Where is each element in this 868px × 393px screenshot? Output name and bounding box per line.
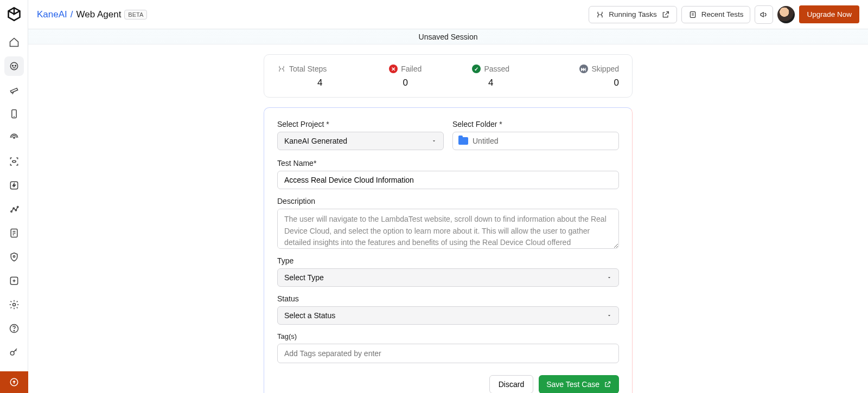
project-select[interactable]: KaneAI Generated bbox=[277, 132, 444, 150]
breadcrumb: KaneAI / Web Agent BETA bbox=[37, 9, 147, 20]
passed-value: 4 bbox=[448, 78, 534, 88]
nav-settings-icon[interactable] bbox=[4, 295, 24, 314]
running-tasks-label: Running Tasks bbox=[609, 10, 656, 18]
breadcrumb-brand[interactable]: KaneAI bbox=[37, 9, 67, 20]
steps-icon bbox=[277, 65, 286, 73]
save-test-case-label: Save Test Case bbox=[546, 380, 599, 389]
passed-label: Passed bbox=[484, 65, 509, 73]
status-select[interactable]: Select a Status bbox=[277, 306, 619, 325]
svg-point-2 bbox=[15, 65, 16, 66]
left-nav-rail bbox=[0, 0, 28, 393]
folder-label: Select Folder * bbox=[452, 120, 619, 128]
description-label: Description bbox=[277, 197, 619, 205]
svg-point-16 bbox=[14, 331, 14, 331]
running-tasks-button[interactable]: Running Tasks bbox=[589, 6, 676, 23]
svg-point-12 bbox=[13, 256, 15, 257]
type-select[interactable]: Select Type bbox=[277, 268, 619, 287]
beta-badge: BETA bbox=[124, 10, 147, 20]
breadcrumb-separator: / bbox=[71, 9, 73, 20]
svg-point-1 bbox=[12, 65, 13, 66]
topbar: KaneAI / Web Agent BETA Running Tasks Re… bbox=[28, 0, 868, 29]
skipped-icon: ⏭ bbox=[579, 65, 588, 73]
folder-icon bbox=[458, 137, 468, 145]
tags-input[interactable] bbox=[277, 344, 619, 363]
nav-telescope-icon[interactable] bbox=[4, 80, 24, 100]
recent-tests-button[interactable]: Recent Tests bbox=[681, 6, 751, 23]
megaphone-icon bbox=[760, 10, 768, 19]
failed-value: 0 bbox=[363, 78, 449, 88]
status-select-value: Select a Status bbox=[284, 311, 335, 320]
upgrade-button[interactable]: Upgrade Now bbox=[799, 5, 859, 23]
discard-button[interactable]: Discard bbox=[489, 375, 533, 393]
announcements-button[interactable] bbox=[755, 5, 773, 24]
save-test-form: Select Project * KaneAI Generated Select… bbox=[264, 107, 633, 393]
test-name-input[interactable] bbox=[277, 171, 619, 189]
nav-scan-icon[interactable] bbox=[4, 152, 24, 171]
project-select-value: KaneAI Generated bbox=[284, 137, 347, 145]
project-label: Select Project * bbox=[277, 120, 444, 128]
external-link-icon bbox=[661, 10, 670, 19]
total-steps-value: 4 bbox=[277, 78, 363, 88]
stats-card: Total Steps 4 ✕Failed 0 ✓Passed 4 ⏭Skipp… bbox=[264, 54, 633, 98]
recent-tests-label: Recent Tests bbox=[701, 10, 744, 18]
breadcrumb-page: Web Agent bbox=[76, 9, 122, 20]
status-label: Status bbox=[277, 294, 619, 303]
total-steps-label: Total Steps bbox=[289, 65, 327, 73]
nav-upload-cta-icon[interactable] bbox=[0, 371, 28, 393]
save-test-case-button[interactable]: Save Test Case bbox=[539, 375, 619, 393]
tags-label: Tag(s) bbox=[277, 332, 619, 340]
nav-agent-icon[interactable] bbox=[4, 56, 24, 76]
nav-radar-icon[interactable] bbox=[4, 128, 24, 147]
external-link-icon bbox=[604, 381, 611, 388]
caret-down-icon bbox=[607, 275, 612, 280]
nav-home-icon[interactable] bbox=[4, 33, 24, 52]
failed-label: Failed bbox=[401, 65, 422, 73]
svg-point-14 bbox=[12, 304, 15, 306]
nav-automation-icon[interactable] bbox=[4, 176, 24, 195]
user-avatar[interactable] bbox=[777, 6, 795, 23]
nav-add-icon[interactable] bbox=[4, 271, 24, 291]
nav-reports-icon[interactable] bbox=[4, 223, 24, 243]
type-label: Type bbox=[277, 256, 619, 265]
svg-point-4 bbox=[13, 137, 15, 139]
type-select-value: Select Type bbox=[284, 273, 324, 282]
caret-down-icon bbox=[607, 313, 612, 318]
caret-down-icon bbox=[431, 138, 437, 144]
svg-point-5 bbox=[12, 160, 16, 162]
nav-key-icon[interactable] bbox=[4, 343, 24, 362]
svg-point-17 bbox=[10, 351, 14, 355]
svg-rect-19 bbox=[690, 11, 695, 17]
test-name-label: Test Name* bbox=[277, 159, 619, 167]
description-textarea[interactable] bbox=[277, 209, 619, 249]
nav-help-icon[interactable] bbox=[4, 319, 24, 338]
nav-insights-icon[interactable] bbox=[4, 199, 24, 219]
nav-security-icon[interactable] bbox=[4, 247, 24, 267]
unsaved-session-banner: Unsaved Session bbox=[28, 29, 868, 44]
passed-icon: ✓ bbox=[472, 65, 481, 73]
folder-select-value: Untitled bbox=[473, 137, 498, 145]
brand-logo-icon bbox=[7, 7, 22, 22]
svg-point-0 bbox=[10, 62, 17, 69]
failed-icon: ✕ bbox=[389, 65, 398, 73]
nav-device-icon[interactable] bbox=[4, 104, 24, 124]
skipped-label: Skipped bbox=[591, 65, 619, 73]
skipped-value: 0 bbox=[534, 78, 620, 88]
folder-select[interactable]: Untitled bbox=[452, 132, 619, 150]
